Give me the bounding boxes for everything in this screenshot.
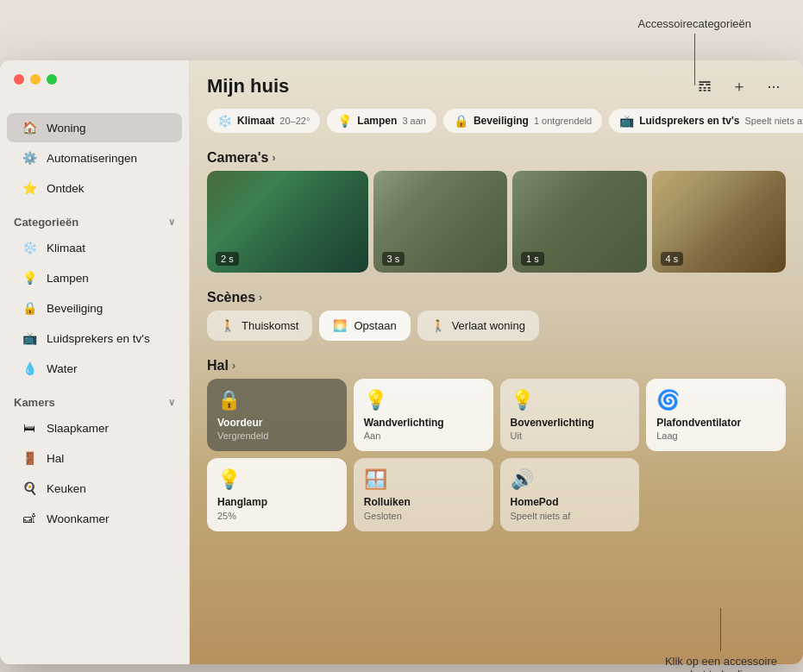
klimaat-icon: ❄️ [21, 239, 38, 256]
pill-lampen-label: Lampen [357, 115, 397, 127]
camera-living-timer: 4 s [661, 252, 684, 266]
accessory-homepod[interactable]: 🔊 HomePod Speelt niets af [500, 458, 640, 531]
home-icon: 🏠 [21, 119, 38, 136]
scene-opstaan[interactable]: 🌅 Opstaan [319, 311, 410, 341]
sidebar-item-label: Keuken [47, 482, 86, 495]
camera-pool-timer: 2 s [216, 252, 239, 266]
pill-beveiliging[interactable]: 🔒 Beveiliging 1 ontgrendeld [443, 109, 602, 133]
luidsprekers-icon: 📺 [21, 330, 38, 347]
sidebar-item-woonkamer[interactable]: 🛋 Woonkamer [7, 504, 182, 533]
gear-icon: ⚙️ [21, 149, 38, 166]
voordeur-name: Voordeur [217, 417, 336, 429]
sidebar-item-luidsprekers[interactable]: 📺 Luidsprekers en tv's [7, 323, 182, 353]
rooms-chevron-icon: ∨ [168, 397, 175, 408]
sidebar-item-label: Hal [47, 452, 64, 465]
scenes-section-header[interactable]: Scènes › [190, 283, 803, 311]
pill-luidsprekers-sub: Speelt niets af [744, 116, 803, 126]
pill-klimaat[interactable]: ❄️ Klimaat 20–22° [207, 109, 320, 133]
voordeur-status: Vergrendeld [217, 430, 336, 441]
pill-lampen[interactable]: 💡 Lampen 3 aan [327, 109, 436, 133]
camera-bike[interactable]: 1 s [512, 171, 646, 273]
pill-luidsprekers[interactable]: 📺 Luidsprekers en tv's Speelt niets af [609, 109, 803, 133]
window-wrapper: Accessoirecategorieën 🏠 Woning ⚙️ Automa… [0, 17, 803, 672]
sidebar-item-woning[interactable]: 🏠 Woning [7, 113, 182, 142]
accessory-bovenverlichting[interactable]: 💡 Bovenverlichting Uit [500, 379, 640, 451]
camera-living[interactable]: 4 s [652, 171, 786, 273]
category-pills: ❄️ Klimaat 20–22° 💡 Lampen 3 aan 🔒 Bevei… [190, 109, 803, 143]
plafondventilator-name: Plafondventilator [656, 417, 775, 429]
wandverlichting-status: Aan [364, 430, 483, 441]
sidebar-item-label: Automatiseringen [47, 152, 137, 165]
lampen-icon: 💡 [21, 269, 38, 286]
rolluiken-icon: 🪟 [364, 468, 483, 491]
sidebar-item-ontdek[interactable]: ⭐ Ontdek [7, 173, 182, 203]
camera-pool[interactable]: 2 s [207, 171, 368, 273]
hanglamp-status: 25% [217, 511, 336, 521]
sidebar-item-water[interactable]: 💧 Water [7, 354, 182, 383]
sidebar-item-lampen[interactable]: 💡 Lampen [7, 263, 182, 292]
scene-thuiskomst[interactable]: 🚶 Thuiskomst [207, 311, 312, 341]
plafondventilator-status: Laag [656, 430, 775, 441]
sidebar-item-label: Luidsprekers en tv's [47, 332, 150, 345]
plafondventilator-icon: 🌀 [656, 389, 775, 411]
sidebar-item-automatiseringen[interactable]: ⚙️ Automatiseringen [7, 143, 182, 173]
sidebar-item-label: Woonkamer [47, 512, 110, 525]
hal-label: Hal [207, 358, 229, 374]
cameras-section-header[interactable]: Camera's › [190, 143, 803, 171]
app-window: 🏠 Woning ⚙️ Automatiseringen ⭐ Ontdek Ca… [0, 60, 803, 664]
sidebar-item-label: Ontdek [47, 182, 85, 195]
accessory-wandverlichting[interactable]: 💡 Wandverlichting Aan [354, 379, 493, 451]
close-button[interactable] [14, 74, 24, 85]
sidebar-item-beveiliging[interactable]: 🔒 Beveiliging [7, 293, 182, 323]
cameras-row: 2 s 3 s 1 s 4 s [190, 171, 803, 283]
scene-opstaan-label: Opstaan [354, 319, 396, 332]
more-button[interactable]: ··· [762, 74, 786, 98]
hanglamp-icon: 💡 [217, 468, 336, 491]
lampen-pill-icon: 💡 [337, 114, 352, 128]
wandverlichting-name: Wandverlichting [364, 417, 483, 429]
rolluiken-name: Rolluiken [364, 496, 483, 508]
slaapkamer-icon: 🛏 [21, 419, 38, 436]
sidebar-item-label: Woning [47, 122, 86, 135]
hal-section-header[interactable]: Hal › [190, 351, 803, 379]
accessory-voordeur[interactable]: 🔒 Voordeur Vergrendeld [207, 379, 347, 451]
scenes-row: 🚶 Thuiskomst 🌅 Opstaan 🚶 Verlaat woning [190, 311, 803, 351]
scenes-chevron-icon: › [259, 292, 262, 304]
pill-luidsprekers-label: Luidsprekers en tv's [639, 115, 739, 127]
sidebar-item-hal[interactable]: 🚪 Hal [7, 443, 182, 473]
scene-opstaan-icon: 🌅 [333, 319, 347, 332]
scene-verlaat-label: Verlaat woning [452, 319, 525, 332]
cameras-chevron-icon: › [272, 152, 275, 164]
sidebar-item-label: Lampen [47, 272, 89, 285]
luidsprekers-pill-icon: 📺 [619, 114, 634, 128]
traffic-lights [0, 60, 71, 85]
bovenverlichting-status: Uit [511, 430, 630, 441]
pill-lampen-sub: 3 aan [402, 116, 426, 126]
accessory-rolluiken[interactable]: 🪟 Rolluiken Gesloten [354, 458, 493, 531]
pill-beveiliging-sub: 1 ontgrendeld [534, 116, 592, 126]
accessory-hanglamp[interactable]: 💡 Hanglamp 25% [207, 458, 347, 531]
camera-driveway-timer: 3 s [382, 252, 405, 266]
homepod-icon: 🔊 [511, 468, 630, 491]
homepod-status: Speelt niets af [511, 511, 630, 521]
scene-verlaat[interactable]: 🚶 Verlaat woning [417, 311, 539, 341]
sidebar-item-label: Water [47, 362, 78, 375]
camera-driveway[interactable]: 3 s [373, 171, 507, 273]
wandverlichting-icon: 💡 [364, 389, 483, 411]
camera-bike-timer: 1 s [521, 252, 544, 266]
sidebar-item-klimaat[interactable]: ❄️ Klimaat [7, 233, 182, 262]
hal-icon: 🚪 [21, 449, 38, 467]
minimize-button[interactable] [30, 74, 41, 85]
star-icon: ⭐ [21, 179, 38, 197]
sidebar-item-label: Beveiliging [47, 302, 103, 315]
sidebar-item-label: Slaapkamer [47, 422, 109, 435]
keuken-icon: 🍳 [21, 480, 38, 497]
accessory-plafondventilator[interactable]: 🌀 Plafondventilator Laag [646, 379, 786, 451]
sidebar-item-keuken[interactable]: 🍳 Keuken [7, 474, 182, 503]
maximize-button[interactable] [47, 74, 57, 85]
beveiliging-pill-icon: 🔒 [454, 114, 468, 128]
page-title: Mijn huis [207, 75, 289, 97]
bovenverlichting-icon: 💡 [511, 389, 630, 411]
sidebar-item-slaapkamer[interactable]: 🛏 Slaapkamer [7, 413, 182, 443]
cameras-label: Camera's [207, 150, 268, 166]
